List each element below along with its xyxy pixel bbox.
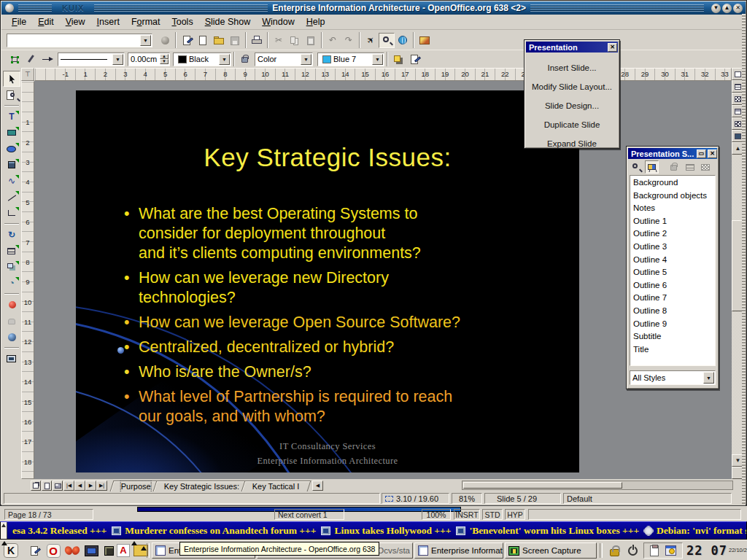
- task-button-4[interactable]: Screen Capture: [505, 542, 597, 559]
- titlebar[interactable]: KUIX Enterprise Information Architecture…: [1, 1, 746, 15]
- maximize-button[interactable]: ▲: [722, 4, 732, 13]
- style-list-item[interactable]: Outline 3: [630, 241, 715, 254]
- menu-file[interactable]: File: [6, 15, 32, 28]
- line-tool[interactable]: [3, 189, 20, 205]
- zoom-button[interactable]: [379, 33, 395, 48]
- paste-button[interactable]: [303, 33, 319, 48]
- controller-3d-tool[interactable]: [3, 329, 20, 345]
- ticker-item[interactable]: Murderer confesses on Anandtech forum ++…: [112, 525, 316, 537]
- update-style-button[interactable]: [698, 160, 712, 174]
- styles-list[interactable]: BackgroundBackground objectsNotesOutline…: [630, 175, 716, 366]
- menu-slideshow[interactable]: Slide Show: [199, 15, 257, 28]
- hyperlink-button[interactable]: [395, 33, 411, 48]
- style-list-item[interactable]: Background objects: [630, 190, 715, 203]
- style-list-item[interactable]: Outline 8: [630, 305, 715, 318]
- taskbar-clock[interactable]: 22 07: [684, 542, 729, 559]
- menu-format[interactable]: Format: [125, 15, 166, 28]
- chevron-down-icon[interactable]: ▼: [703, 372, 714, 384]
- launcher-acrobat-button[interactable]: A: [115, 542, 131, 559]
- insert-tool[interactable]: ◔: [3, 275, 20, 291]
- stop-loading-button[interactable]: [157, 33, 173, 48]
- next-slide-button[interactable]: ▶: [85, 481, 96, 491]
- fill-style-select[interactable]: Color▼: [255, 52, 313, 66]
- klipper-icon[interactable]: [650, 545, 659, 556]
- first-slide-button[interactable]: |◀: [63, 481, 74, 491]
- line-width-input[interactable]: 0.00cm▲▼: [128, 52, 170, 66]
- style-list-item[interactable]: Outline 9: [630, 318, 715, 331]
- style-list-item[interactable]: Outline 2: [630, 228, 715, 241]
- palette-titlebar[interactable]: Presentation ✕: [526, 42, 618, 52]
- ticker-item[interactable]: 'Benevolent' worm hits Linux boxes +++: [456, 525, 639, 537]
- menu-insert[interactable]: Insert: [91, 15, 125, 28]
- ellipse-tool[interactable]: [3, 141, 20, 157]
- slide-bullet[interactable]: What level of Partnership is required to…: [123, 387, 568, 427]
- cut-button[interactable]: ✂: [271, 33, 287, 48]
- tab-scroll-left-button[interactable]: ◀: [312, 481, 323, 491]
- fill-format-button[interactable]: [667, 160, 681, 174]
- style-list-item[interactable]: Title: [630, 343, 715, 357]
- close-icon[interactable]: ✕: [708, 149, 717, 158]
- horizontal-scrollbar-thumb[interactable]: [463, 482, 622, 489]
- save-button[interactable]: [227, 33, 243, 48]
- arrow-style-button[interactable]: [39, 52, 55, 67]
- select-tool[interactable]: [3, 71, 20, 87]
- gallery-button[interactable]: [417, 33, 433, 48]
- chevron-down-icon[interactable]: ▼: [219, 54, 230, 65]
- dock-icon[interactable]: ▭: [697, 149, 706, 158]
- taskbar-date[interactable]: 22/10/2001: [729, 547, 747, 553]
- horizontal-scrollbar-track[interactable]: [462, 481, 733, 490]
- spin-up-icon[interactable]: ▲: [160, 54, 169, 59]
- edit-file-button[interactable]: [179, 33, 195, 48]
- curve-tool[interactable]: ∿: [3, 173, 20, 189]
- launcher-monitor-button[interactable]: [83, 542, 99, 559]
- lock-screen-button[interactable]: [606, 542, 622, 559]
- style-list-item[interactable]: Background: [630, 176, 715, 190]
- close-button[interactable]: ✕: [733, 4, 743, 13]
- graphics-styles-button[interactable]: [630, 160, 643, 174]
- mode-button-3[interactable]: [53, 481, 63, 491]
- copy-button[interactable]: [287, 33, 303, 48]
- chevron-down-icon[interactable]: ▼: [372, 54, 383, 65]
- style-list-item[interactable]: Outline 6: [630, 279, 715, 292]
- menu-help[interactable]: Help: [301, 15, 331, 28]
- style-list-item[interactable]: Outline 1: [630, 215, 715, 228]
- fill-color-select[interactable]: Blue 7▼: [317, 52, 384, 66]
- new-style-button[interactable]: [683, 160, 697, 174]
- slide-bullet[interactable]: What are the best Operating Systems to c…: [123, 204, 568, 263]
- alignment-tool[interactable]: [3, 243, 20, 259]
- new-document-button[interactable]: [195, 33, 211, 48]
- url-combobox[interactable]: ▼: [7, 34, 152, 47]
- organizer-icon[interactable]: [665, 545, 676, 556]
- menu-edit[interactable]: Edit: [32, 15, 60, 28]
- styles-filter-select[interactable]: All Styles▼: [630, 370, 716, 385]
- presentation-box-tool[interactable]: [3, 351, 20, 367]
- mode-button-2[interactable]: [42, 481, 52, 491]
- news-ticker[interactable]: esa 3.4.2 Released +++ Murderer confesse…: [0, 521, 747, 540]
- spin-down-icon[interactable]: ▼: [160, 59, 169, 64]
- style-list-item[interactable]: Outline 5: [630, 266, 715, 279]
- launcher-document-button[interactable]: [26, 542, 42, 559]
- arrange-tool[interactable]: [3, 259, 20, 275]
- styles-titlebar[interactable]: Presentation S... ▭ ✕: [628, 148, 717, 159]
- insert-slide-item[interactable]: Insert Slide...: [525, 58, 619, 77]
- slide-design-item[interactable]: Slide Design...: [525, 96, 619, 115]
- duplicate-slide-item[interactable]: Duplicate Slide: [525, 115, 619, 134]
- chevron-down-icon[interactable]: ▼: [301, 54, 311, 65]
- menu-view[interactable]: View: [60, 15, 91, 28]
- mode-button-1[interactable]: [31, 481, 41, 491]
- objects-3d-tool[interactable]: [3, 157, 20, 173]
- shadow-button[interactable]: [390, 52, 406, 67]
- style-list-item[interactable]: Notes: [630, 202, 715, 215]
- style-edit-button[interactable]: [406, 52, 422, 67]
- task-button-3[interactable]: Enterprise Information: [414, 542, 503, 559]
- launcher-utility-button[interactable]: [101, 542, 117, 559]
- minimize-button[interactable]: ▼: [711, 4, 721, 13]
- line-color-select[interactable]: Black▼: [173, 52, 231, 66]
- slide-bullet[interactable]: How can we leverage new Directory techno…: [123, 268, 568, 308]
- text-tool[interactable]: T: [3, 109, 20, 125]
- slide-bullet[interactable]: How can we leverage Open Source Software…: [123, 313, 568, 332]
- ruler-corner[interactable]: ⊤: [21, 68, 34, 81]
- edit-points-button[interactable]: [7, 52, 23, 67]
- k-menu-button[interactable]: K: [3, 542, 19, 559]
- expand-slide-item[interactable]: Expand Slide: [525, 134, 619, 153]
